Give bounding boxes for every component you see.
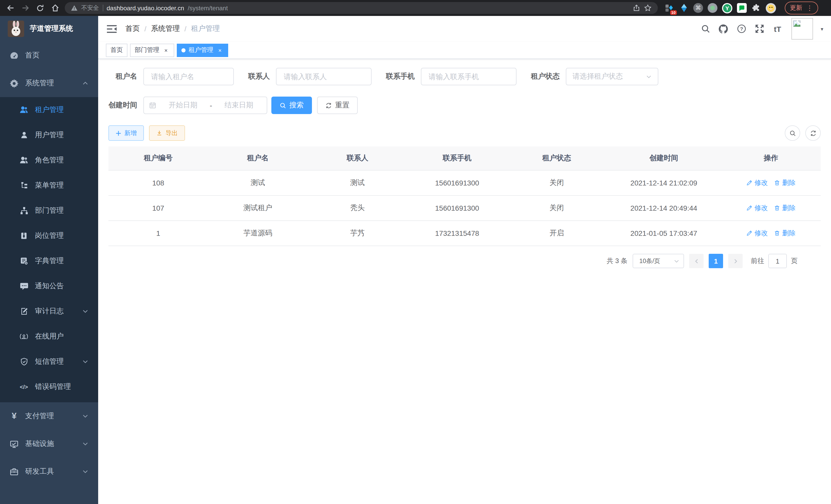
- search-button[interactable]: 搜索: [271, 97, 312, 114]
- sidebar-item-label: 基础设施: [25, 439, 54, 448]
- date-range-picker[interactable]: 开始日期 - 结束日期: [143, 97, 267, 114]
- sidebar-item-dict[interactable]: 字典管理: [0, 248, 98, 273]
- sidebar-item-pay[interactable]: ¥ 支付管理: [0, 402, 98, 430]
- sidebar-item-sms[interactable]: 短信管理: [0, 349, 98, 374]
- sidebar-item-label: 系统管理: [25, 79, 54, 88]
- delete-label: 删除: [782, 229, 796, 238]
- edit-pencil-icon: [746, 205, 752, 211]
- security-label: 不安全: [81, 4, 99, 12]
- extension-command-icon[interactable]: ⌘: [693, 3, 703, 13]
- github-icon[interactable]: [718, 24, 729, 34]
- toggle-search-button[interactable]: [785, 125, 800, 141]
- sidebar-item-error-code[interactable]: </> 错误码管理: [0, 374, 98, 399]
- url-domain: dashboard.yudao.iocoder.cn: [107, 4, 184, 11]
- extension-chat-icon[interactable]: [737, 3, 747, 13]
- sidebar-item-home[interactable]: 首页: [0, 41, 98, 69]
- breadcrumb-system[interactable]: 系统管理: [151, 24, 180, 33]
- tag-home[interactable]: 首页: [106, 43, 127, 57]
- sidebar-item-label: 字典管理: [35, 256, 64, 265]
- goto-page-input[interactable]: [768, 254, 787, 268]
- edit-label: 修改: [754, 178, 768, 187]
- page-unit-label: 页: [791, 256, 798, 266]
- fullscreen-icon[interactable]: [754, 24, 765, 34]
- mobile-input[interactable]: [428, 72, 510, 81]
- sidebar-logo[interactable]: 芋道管理系统: [0, 16, 98, 41]
- filter-contact: 联系人: [248, 68, 372, 85]
- browser-forward-icon[interactable]: [20, 3, 30, 13]
- page-size-select[interactable]: 10条/页: [633, 254, 684, 268]
- export-button-label: 导出: [166, 129, 178, 138]
- next-page-button[interactable]: [728, 254, 743, 268]
- help-icon[interactable]: ?: [737, 24, 747, 34]
- chevron-up-icon: [82, 80, 88, 86]
- export-button[interactable]: 导出: [149, 125, 185, 141]
- pagination-total: 共 3 条: [607, 256, 628, 266]
- add-button[interactable]: 新增: [109, 125, 144, 141]
- sidebar-item-infra[interactable]: 基础设施: [0, 430, 98, 458]
- font-size-icon[interactable]: tT: [772, 24, 783, 34]
- sidebar-item-audit-log[interactable]: 审计日志: [0, 298, 98, 324]
- delete-link[interactable]: 删除: [774, 178, 796, 187]
- browser-menu-icon[interactable]: ⋮: [806, 4, 813, 12]
- delete-link[interactable]: 删除: [774, 229, 796, 238]
- browser-home-icon[interactable]: [50, 3, 60, 13]
- extension-badge: 10: [670, 10, 677, 15]
- breadcrumb-home[interactable]: 首页: [125, 24, 140, 33]
- cell-created: 2021-12-14 21:02:09: [606, 171, 721, 195]
- search-icon[interactable]: [700, 24, 711, 34]
- sidebar-item-label: 用户管理: [35, 130, 64, 140]
- extension-recorder-icon[interactable]: [708, 3, 717, 13]
- tag-close-icon[interactable]: ×: [163, 47, 170, 54]
- browser-back-icon[interactable]: [5, 3, 16, 13]
- bookmark-star-icon[interactable]: [644, 4, 652, 12]
- sidebar-fold-icon[interactable]: [106, 23, 117, 34]
- sidebar-item-post[interactable]: 岗位管理: [0, 223, 98, 248]
- browser-update-button[interactable]: 更新 ⋮: [785, 2, 818, 14]
- breadcrumb-separator: /: [184, 25, 187, 33]
- search-icon: [280, 102, 286, 109]
- avatar-broken-image[interactable]: [792, 18, 813, 39]
- share-icon[interactable]: [633, 4, 640, 12]
- edit-link[interactable]: 修改: [746, 229, 768, 238]
- profile-avatar-icon[interactable]: [766, 3, 776, 13]
- sidebar-item-tenant[interactable]: 租户管理: [0, 97, 98, 122]
- sidebar-item-menu[interactable]: 菜单管理: [0, 173, 98, 198]
- caret-down-icon[interactable]: ▾: [821, 26, 823, 32]
- browser-reload-icon[interactable]: [35, 3, 45, 13]
- sidebar-item-label: 首页: [25, 51, 39, 60]
- reset-button[interactable]: 重置: [317, 97, 358, 114]
- status-select[interactable]: 请选择租户状态: [566, 68, 658, 85]
- extension-devtool-icon[interactable]: 10: [664, 3, 674, 13]
- edit-pencil-icon: [746, 230, 752, 236]
- sidebar-item-role[interactable]: 角色管理: [0, 147, 98, 173]
- refresh-table-button[interactable]: [805, 125, 821, 141]
- edit-link[interactable]: 修改: [746, 203, 768, 213]
- sidebar-item-notice[interactable]: 通知公告: [0, 273, 98, 298]
- navbar-actions: ? tT ▾: [700, 18, 823, 39]
- edit-link[interactable]: 修改: [746, 178, 768, 187]
- security-warning-icon: [71, 5, 78, 11]
- edit-pencil-icon: [746, 180, 752, 186]
- tag-tenant-active[interactable]: 租户管理 ×: [177, 43, 228, 57]
- money-yen-icon: ¥: [10, 412, 19, 420]
- tree-table-icon: [20, 181, 28, 189]
- delete-link[interactable]: 删除: [774, 203, 796, 213]
- tenant-name-input[interactable]: [150, 72, 227, 81]
- contact-input[interactable]: [283, 72, 365, 81]
- tag-close-icon[interactable]: ×: [217, 47, 224, 54]
- page-number-active[interactable]: 1: [709, 254, 723, 268]
- user-icon: [20, 130, 28, 139]
- extension-kite-icon[interactable]: [679, 3, 689, 13]
- sidebar-item-online-users[interactable]: 在线用户: [0, 324, 98, 349]
- sidebar-item-dept[interactable]: 部门管理: [0, 198, 98, 223]
- extensions-puzzle-icon[interactable]: [751, 3, 761, 13]
- url-bar[interactable]: 不安全 dashboard.yudao.iocoder.cn/system/te…: [65, 2, 658, 14]
- sidebar-item-user[interactable]: 用户管理: [0, 122, 98, 147]
- sidebar-item-devtools[interactable]: 研发工具: [0, 458, 98, 485]
- extension-yudao-icon[interactable]: Y: [722, 3, 732, 13]
- tag-dept[interactable]: 部门管理 ×: [130, 43, 174, 57]
- cell-contact: 芋艿: [308, 221, 407, 245]
- breadcrumb-current: 租户管理: [191, 24, 220, 33]
- sidebar-item-system[interactable]: 系统管理: [0, 69, 98, 97]
- prev-page-button[interactable]: [689, 254, 704, 268]
